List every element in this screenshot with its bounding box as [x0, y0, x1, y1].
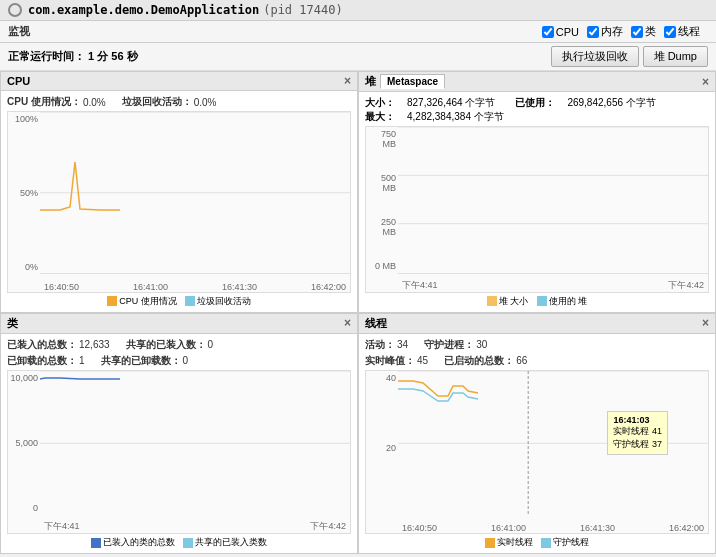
- memory-checkbox-item[interactable]: 内存: [587, 24, 623, 39]
- class-checkbox[interactable]: [631, 26, 643, 38]
- classes-legend-label-shared: 共享的已装入类数: [195, 536, 267, 549]
- classes-y-0: 0: [10, 503, 38, 513]
- memory-checkbox[interactable]: [587, 26, 599, 38]
- thread-checkbox-item[interactable]: 线程: [664, 24, 700, 39]
- classes-y-axis: 10,000 5,000 0: [8, 371, 40, 516]
- classes-legend-color-loaded: [91, 538, 101, 548]
- heap-x-axis: 下午4:41 下午4:42: [398, 274, 708, 292]
- cpu-x-2: 16:41:00: [133, 282, 168, 292]
- heap-stats-row2: 最大： 4,282,384,384 个字节: [365, 110, 709, 124]
- heap-legend-color-size: [487, 296, 497, 306]
- classes-shared-loaded-label: 共享的已装入数：: [126, 338, 206, 352]
- threads-legend-daemon: 守护线程: [541, 536, 589, 549]
- panels-container: CPU × CPU 使用情况： 0.0% 垃圾回收活动： 0.0% 100% 5…: [0, 71, 716, 554]
- classes-shared-loaded-value: 0: [208, 339, 214, 350]
- heap-legend-used: 使用的 堆: [537, 295, 588, 308]
- heap-x-2: 下午4:42: [668, 279, 704, 292]
- threads-x-4: 16:42:00: [669, 523, 704, 533]
- heap-tab-metaspace[interactable]: Metaspace: [380, 74, 445, 89]
- cpu-usage-label: CPU 使用情况：: [7, 95, 81, 109]
- cpu-legend-usage: CPU 使用情况: [107, 295, 177, 308]
- cpu-legend-color-gc: [185, 296, 195, 306]
- classes-unloaded-value: 1: [79, 355, 85, 366]
- cpu-svg: [40, 112, 350, 274]
- threads-daemon-label: 守护进程：: [424, 338, 474, 352]
- toolbar: 监视 CPU 内存 类 线程: [0, 21, 716, 43]
- classes-stats-row2: 已卸载的总数： 1 共享的已卸载数： 0: [7, 354, 351, 368]
- heap-x-1: 下午4:41: [402, 279, 438, 292]
- cpu-checkbox[interactable]: [542, 26, 554, 38]
- threads-y-40: 40: [368, 373, 396, 383]
- threads-panel-content: 活动： 34 守护进程： 30 实时峰值： 45 已启动的总数： 66: [359, 334, 715, 554]
- classes-legend-shared: 共享的已装入类数: [183, 536, 267, 549]
- thread-checkbox[interactable]: [664, 26, 676, 38]
- threads-stats-row2: 实时峰值： 45 已启动的总数： 66: [365, 354, 709, 368]
- threads-chart-plot: 16:41:03 实时线程 41 守护线程 37: [398, 371, 708, 516]
- cpu-gc-label: 垃圾回收活动：: [122, 95, 192, 109]
- tooltip-daemon: 守护线程 37: [613, 438, 662, 451]
- app-icon: [8, 3, 22, 17]
- threads-panel-close[interactable]: ×: [702, 316, 709, 330]
- uptime: 正常运行时间： 1 分 56 秒: [8, 49, 138, 64]
- uptime-value: 1 分 56 秒: [88, 50, 138, 62]
- heap-svg: [398, 127, 708, 274]
- heap-panel-close[interactable]: ×: [702, 75, 709, 89]
- heap-max-label: 最大：: [365, 110, 395, 124]
- cpu-stats-row: CPU 使用情况： 0.0% 垃圾回收活动： 0.0%: [7, 95, 351, 109]
- cpu-checkbox-item[interactable]: CPU: [542, 26, 579, 38]
- heap-legend-label-size: 堆 大小: [499, 295, 529, 308]
- classes-panel-close[interactable]: ×: [344, 316, 351, 330]
- threads-panel-header: 线程 ×: [359, 314, 715, 334]
- cpu-legend-label-usage: CPU 使用情况: [119, 295, 177, 308]
- threads-started-value: 66: [516, 355, 527, 366]
- gc-button[interactable]: 执行垃圾回收: [551, 46, 639, 67]
- classes-chart: 10,000 5,000 0 下午4:41: [7, 370, 351, 535]
- classes-x-2: 下午4:42: [310, 520, 346, 533]
- classes-loaded-stat: 已装入的总数： 12,633: [7, 338, 110, 352]
- classes-shared-loaded-stat: 共享的已装入数： 0: [126, 338, 214, 352]
- cpu-legend-gc: 垃圾回收活动: [185, 295, 251, 308]
- heap-max-value: 4,282,384,384 个字节: [407, 110, 504, 124]
- tooltip-live: 实时线程 41: [613, 425, 662, 438]
- heap-panel-header-left: 堆 Metaspace: [365, 74, 445, 89]
- threads-active-value: 34: [397, 339, 408, 350]
- cpu-usage-value: 0.0%: [83, 97, 106, 108]
- heap-used-label: 已使用：: [515, 96, 555, 110]
- cpu-panel-close[interactable]: ×: [344, 74, 351, 88]
- tooltip-time: 16:41:03: [613, 415, 662, 425]
- heap-stats: 大小： 827,326,464 个字节 已使用： 269,842,656 个字节…: [365, 96, 709, 124]
- heap-y-500: 500 MB: [368, 173, 396, 193]
- cpu-chart: 100% 50% 0%: [7, 111, 351, 293]
- heap-dump-button[interactable]: 堆 Dump: [643, 46, 708, 67]
- heap-chart-plot: [398, 127, 708, 274]
- threads-peak-stat: 实时峰值： 45: [365, 354, 428, 368]
- heap-chart: 750 MB 500 MB 250 MB 0 MB: [365, 126, 709, 293]
- cpu-panel-content: CPU 使用情况： 0.0% 垃圾回收活动： 0.0% 100% 50% 0%: [1, 91, 357, 312]
- threads-legend-color-daemon: [541, 538, 551, 548]
- classes-loaded-label: 已装入的总数：: [7, 338, 77, 352]
- cpu-x-4: 16:42:00: [311, 282, 346, 292]
- classes-legend-label-loaded: 已装入的类的总数: [103, 536, 175, 549]
- classes-shared-unloaded-label: 共享的已卸载数：: [101, 354, 181, 368]
- cpu-panel-header: CPU ×: [1, 72, 357, 91]
- heap-y-750: 750 MB: [368, 129, 396, 149]
- heap-legend-label-used: 使用的 堆: [549, 295, 588, 308]
- cpu-y-0: 0%: [10, 262, 38, 272]
- tooltip-daemon-label: 守护线程: [613, 439, 649, 449]
- classes-chart-plot: [40, 371, 350, 516]
- heap-y-250: 250 MB: [368, 217, 396, 237]
- threads-started-label: 已启动的总数：: [444, 354, 514, 368]
- pid-label: (pid 17440): [263, 3, 342, 17]
- threads-x-2: 16:41:00: [491, 523, 526, 533]
- cpu-legend-color-usage: [107, 296, 117, 306]
- classes-panel-header: 类 ×: [1, 314, 357, 334]
- heap-panel-header: 堆 Metaspace ×: [359, 72, 715, 92]
- threads-chart: 40 20: [365, 370, 709, 535]
- classes-x-1: 下午4:41: [44, 520, 80, 533]
- classes-shared-unloaded-value: 0: [183, 355, 189, 366]
- status-bar: 正常运行时间： 1 分 56 秒 执行垃圾回收 堆 Dump: [0, 43, 716, 71]
- classes-stats-row1: 已装入的总数： 12,633 共享的已装入数： 0: [7, 338, 351, 352]
- threads-daemon-stat: 守护进程： 30: [424, 338, 487, 352]
- class-checkbox-item[interactable]: 类: [631, 24, 656, 39]
- title-bar: com.example.demo.DemoApplication (pid 17…: [0, 0, 716, 21]
